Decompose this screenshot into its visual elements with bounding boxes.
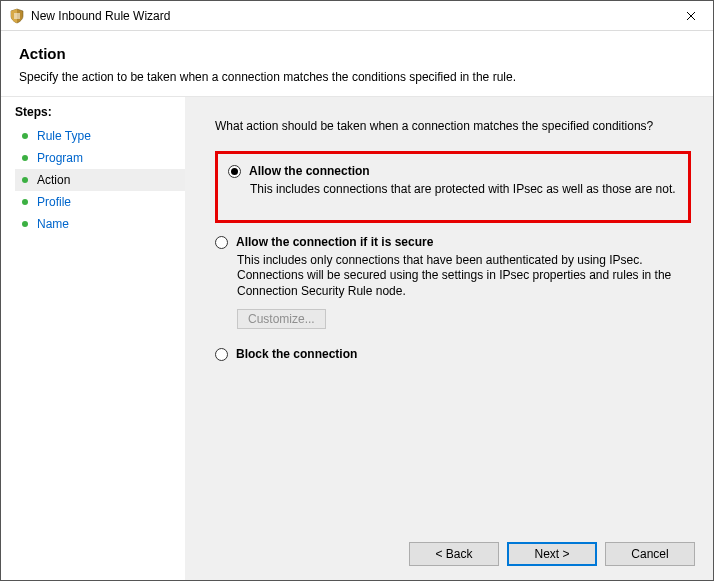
step-label: Name — [37, 217, 69, 231]
cancel-button[interactable]: Cancel — [605, 542, 695, 566]
step-name[interactable]: Name — [15, 213, 185, 235]
step-rule-type[interactable]: Rule Type — [15, 125, 185, 147]
step-profile[interactable]: Profile — [15, 191, 185, 213]
radio-allow[interactable] — [228, 165, 241, 178]
window-title: New Inbound Rule Wizard — [31, 9, 663, 23]
option-label: Allow the connection if it is secure — [236, 235, 433, 249]
customize-button: Customize... — [237, 309, 326, 329]
prompt-text: What action should be taken when a conne… — [215, 119, 691, 133]
bullet-icon — [21, 198, 29, 206]
option-block[interactable]: Block the connection — [215, 347, 691, 361]
header: Action Specify the action to be taken wh… — [1, 31, 713, 97]
body: Steps: Rule Type Program Action — [1, 97, 713, 580]
step-label: Program — [37, 151, 83, 165]
bullet-icon — [21, 220, 29, 228]
svg-point-3 — [22, 177, 28, 183]
steps-label: Steps: — [15, 105, 185, 119]
back-button[interactable]: < Back — [409, 542, 499, 566]
step-label: Action — [37, 173, 70, 187]
bullet-icon — [21, 132, 29, 140]
svg-rect-0 — [14, 13, 20, 19]
titlebar: New Inbound Rule Wizard — [1, 1, 713, 31]
step-program[interactable]: Program — [15, 147, 185, 169]
svg-point-1 — [22, 133, 28, 139]
option-allow[interactable]: Allow the connection — [228, 164, 678, 178]
step-label: Rule Type — [37, 129, 91, 143]
radio-allow-secure[interactable] — [215, 236, 228, 249]
step-action[interactable]: Action — [15, 169, 185, 191]
button-row: < Back Next > Cancel — [185, 528, 713, 580]
step-label: Profile — [37, 195, 71, 209]
svg-point-4 — [22, 199, 28, 205]
bullet-icon — [21, 154, 29, 162]
main-pane: What action should be taken when a conne… — [185, 97, 713, 580]
close-button[interactable] — [669, 1, 713, 31]
option-label: Block the connection — [236, 347, 357, 361]
option-desc: This includes only connections that have… — [237, 253, 691, 300]
next-button[interactable]: Next > — [507, 542, 597, 566]
close-icon — [686, 11, 696, 21]
option-allow-secure[interactable]: Allow the connection if it is secure — [215, 235, 691, 249]
bullet-icon — [21, 176, 29, 184]
svg-point-2 — [22, 155, 28, 161]
svg-point-5 — [22, 221, 28, 227]
page-subtitle: Specify the action to be taken when a co… — [19, 70, 695, 84]
app-icon — [9, 8, 25, 24]
wizard-window: New Inbound Rule Wizard Action Specify t… — [0, 0, 714, 581]
option-desc: This includes connections that are prote… — [250, 182, 678, 198]
highlight-box: Allow the connection This includes conne… — [215, 151, 691, 223]
option-label: Allow the connection — [249, 164, 370, 178]
content: What action should be taken when a conne… — [185, 97, 713, 528]
steps-pane: Steps: Rule Type Program Action — [1, 97, 185, 580]
page-title: Action — [19, 45, 695, 62]
radio-block[interactable] — [215, 348, 228, 361]
